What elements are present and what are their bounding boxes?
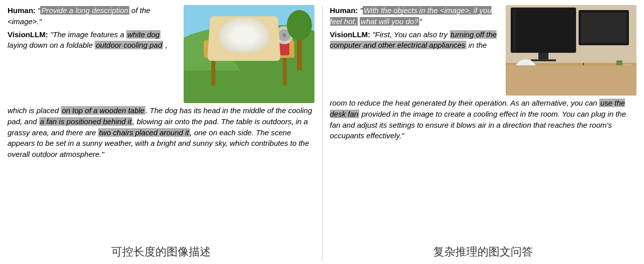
svg-rect-20 [511,8,576,53]
svg-rect-23 [531,59,556,61]
svg-rect-22 [538,53,548,60]
left-human-label: Human: [8,6,36,15]
left-text-block: Human: "Provide a long description of th… [8,5,179,103]
svg-rect-21 [513,10,574,50]
highlight-white-dog: white dog [126,30,160,39]
svg-rect-4 [211,55,215,85]
left-bottom-label: 可控长度的图像描述 [8,240,314,261]
svg-point-11 [219,35,222,38]
left-full-text: which is placed on top of a wooden table… [8,105,314,240]
right-bottom-label: 复杂推理的图文问答 [330,240,637,261]
highlight-cooling-pad: outdoor cooling pad [95,41,163,49]
right-human-label: Human: [330,6,358,15]
right-panel: Human: "With the objects in the <image>,… [330,5,637,261]
left-human-quote-highlight: Provide a long description [40,6,129,15]
right-image-block [506,5,636,96]
svg-point-33 [598,67,610,83]
highlight-two-chairs: two chairs placed around it [98,128,190,137]
right-human-quote-highlight2: what will you do? [360,17,419,26]
svg-rect-3 [184,70,314,103]
svg-point-9 [214,29,234,47]
right-full-text: room to reduce the heat generated by the… [330,98,637,240]
svg-rect-5 [283,55,287,85]
panel-divider [322,5,323,261]
svg-point-29 [523,67,529,73]
svg-rect-25 [581,13,626,43]
svg-rect-34 [616,60,622,75]
left-visionllm-label: VisionLLM: [8,30,48,39]
right-text-block: Human: "With the objects in the <image>,… [330,5,501,96]
svg-point-8 [221,32,277,50]
svg-rect-35 [624,64,631,75]
left-dog-image [184,5,314,103]
svg-point-18 [287,10,312,40]
svg-rect-30 [524,80,527,86]
svg-rect-32 [546,69,591,77]
left-image-block [184,5,314,103]
svg-point-28 [518,63,533,78]
svg-rect-7 [209,43,289,55]
svg-point-13 [226,37,242,43]
highlight-fan-positioned: a fan is positioned behind it [39,117,133,126]
svg-rect-26 [506,63,636,96]
highlight-wooden-table: on top of a wooden table [61,106,145,115]
right-visionllm-label: VisionLLM: [330,30,371,39]
svg-point-16 [282,33,286,37]
svg-point-27 [515,59,537,81]
right-desk-image [506,5,636,96]
left-panel: Human: "Provide a long description of th… [8,5,314,261]
svg-point-10 [215,27,225,39]
svg-rect-31 [521,85,531,87]
svg-point-12 [219,39,227,43]
